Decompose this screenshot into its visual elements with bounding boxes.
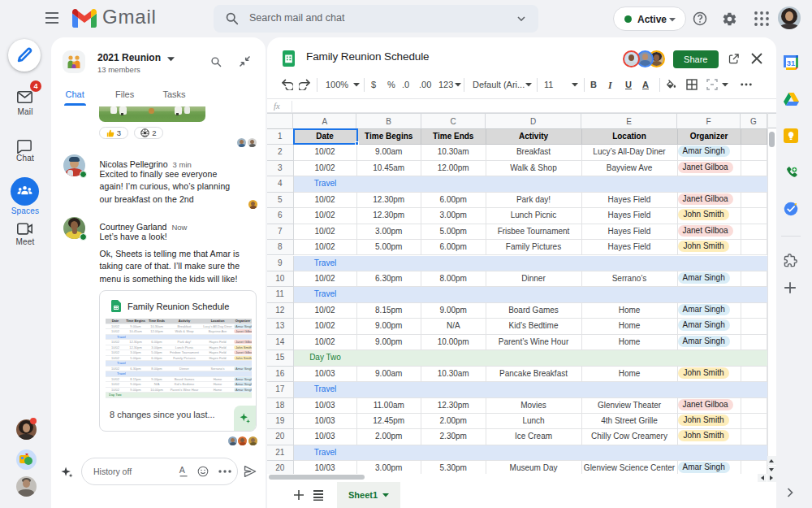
svg-text:31: 31 <box>787 59 796 67</box>
svg-text:A: A <box>179 466 186 475</box>
